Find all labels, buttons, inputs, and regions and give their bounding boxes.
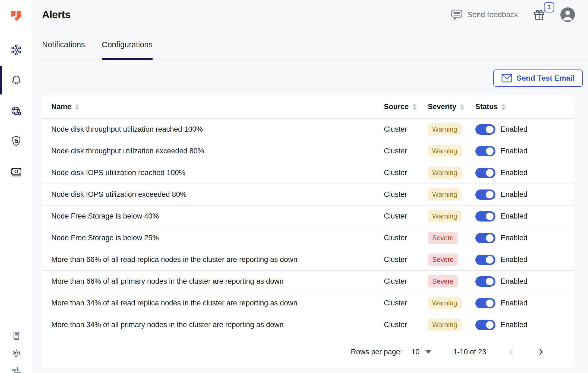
rows-per-page-label: Rows per page: — [351, 348, 402, 356]
alerts-bell-icon — [10, 74, 22, 86]
severity-badge: Severe — [428, 275, 458, 287]
row-source: Cluster — [384, 234, 428, 242]
sidebar-item-clusters[interactable] — [0, 35, 33, 65]
sidebar-item-docs[interactable] — [0, 327, 33, 345]
sort-icon — [412, 104, 417, 110]
column-header-status[interactable]: Status — [475, 103, 565, 111]
severity-badge: Warning — [428, 210, 461, 222]
status-toggle[interactable] — [475, 255, 495, 265]
status-toggle[interactable] — [475, 146, 495, 156]
chevron-right-icon — [537, 348, 545, 356]
table-row: More than 34% of all read replica nodes … — [42, 292, 574, 314]
row-name: Node disk IOPS utilization reached 100% — [51, 169, 384, 177]
next-page-button[interactable] — [535, 346, 546, 358]
row-source: Cluster — [384, 321, 428, 329]
table-row: Node disk throughput utilization reached… — [42, 118, 574, 140]
table-row: Node disk throughput utilization exceede… — [42, 140, 574, 162]
status-label: Enabled — [501, 212, 527, 220]
status-label: Enabled — [501, 125, 527, 134]
tab-configurations[interactable]: Configurations — [102, 30, 153, 59]
status-label: Enabled — [501, 255, 527, 264]
tab-bar: Notifications Configurations — [33, 30, 588, 60]
row-source: Cluster — [384, 190, 428, 199]
table-row: More than 66% of all read replica nodes … — [42, 249, 574, 270]
row-source: Cluster — [384, 255, 428, 264]
envelope-icon — [501, 74, 512, 83]
status-toggle[interactable] — [475, 298, 495, 308]
table-row: More than 34% of all primary nodes in th… — [42, 314, 574, 336]
severity-badge: Warning — [428, 145, 461, 157]
status-label: Enabled — [501, 190, 527, 199]
sidebar-nav — [0, 35, 33, 187]
row-name: Node disk throughput utilization reached… — [51, 125, 384, 134]
sidebar-item-alerts[interactable] — [0, 65, 33, 96]
avatar[interactable] — [560, 7, 575, 22]
status-label: Enabled — [501, 277, 527, 286]
table-row: Node disk IOPS utilization exceeded 80% … — [42, 184, 574, 205]
status-toggle[interactable] — [475, 276, 495, 287]
row-source: Cluster — [384, 299, 428, 307]
status-toggle[interactable] — [475, 211, 495, 222]
severity-badge: Warning — [428, 297, 461, 309]
sidebar-item-billing[interactable] — [0, 156, 33, 187]
avatar-icon — [560, 7, 575, 22]
table-row: Node Free Storage is below 25% Cluster S… — [42, 227, 574, 249]
table-row: Node Free Storage is below 40% Cluster W… — [42, 205, 574, 227]
row-name: Node disk IOPS utilization exceeded 80% — [51, 190, 384, 199]
sidebar-item-assistant[interactable] — [0, 345, 33, 362]
table-row: More than 66% of all primary nodes in th… — [42, 270, 574, 292]
status-label: Enabled — [501, 147, 527, 155]
column-header-severity[interactable]: Severity — [428, 103, 475, 111]
pagination: Rows per page: 10 1-10 of 23 — [42, 336, 574, 368]
sort-icon — [75, 104, 79, 110]
row-name: Node disk throughput utilization exceede… — [51, 147, 384, 155]
row-name: More than 34% of all primary nodes in th… — [51, 321, 384, 329]
severity-badge: Severe — [428, 232, 458, 244]
sort-icon — [501, 104, 506, 110]
table-header-row: Name Source Severity Status — [42, 95, 574, 118]
send-feedback-button[interactable]: Send feedback — [451, 9, 518, 20]
column-header-source[interactable]: Source — [384, 103, 428, 111]
status-label: Enabled — [501, 169, 527, 177]
status-label: Enabled — [501, 299, 527, 307]
alerts-table-card: Name Source Severity Status Node disk th… — [42, 95, 574, 368]
status-toggle[interactable] — [475, 124, 495, 135]
severity-badge: Warning — [428, 123, 461, 135]
severity-badge: Warning — [428, 167, 461, 179]
row-source: Cluster — [384, 169, 428, 177]
previous-page-button[interactable] — [506, 346, 517, 358]
assistant-robot-icon — [11, 349, 21, 359]
sidebar-item-slack[interactable] — [0, 362, 33, 373]
docs-book-icon — [11, 331, 21, 341]
clusters-icon — [10, 44, 22, 56]
status-toggle[interactable] — [475, 233, 495, 243]
send-test-email-button[interactable]: Send Test Email — [493, 69, 583, 87]
status-label: Enabled — [501, 234, 527, 242]
brand-logo-icon — [9, 9, 23, 23]
status-toggle[interactable] — [475, 168, 495, 178]
sidebar-item-security[interactable] — [0, 126, 33, 156]
status-toggle[interactable] — [475, 320, 495, 330]
network-globe-gear-icon — [10, 105, 23, 117]
sidebar-item-network[interactable] — [0, 96, 33, 126]
brand-logo[interactable] — [9, 9, 23, 23]
tab-notifications[interactable]: Notifications — [42, 30, 85, 59]
severity-badge: Warning — [428, 188, 461, 201]
row-name: More than 66% of all primary nodes in th… — [51, 277, 384, 286]
rows-per-page-select[interactable]: 10 — [411, 348, 431, 356]
row-name: Node Free Storage is below 25% — [51, 234, 384, 242]
chevron-left-icon — [507, 348, 516, 356]
status-toggle[interactable] — [475, 189, 495, 200]
row-name: More than 66% of all read replica nodes … — [51, 255, 384, 264]
severity-badge: Warning — [428, 319, 461, 331]
main-content: Alerts Send feedback 1 — [33, 0, 588, 373]
sidebar — [0, 0, 33, 373]
chevron-down-icon — [425, 350, 431, 354]
send-feedback-label: Send feedback — [467, 10, 518, 19]
table-row: Node disk IOPS utilization reached 100% … — [42, 162, 574, 184]
slack-icon — [11, 366, 21, 373]
row-source: Cluster — [384, 277, 428, 286]
gift-button[interactable]: 1 — [533, 8, 546, 21]
security-shield-lock-icon — [10, 135, 22, 147]
column-header-name[interactable]: Name — [51, 103, 384, 111]
